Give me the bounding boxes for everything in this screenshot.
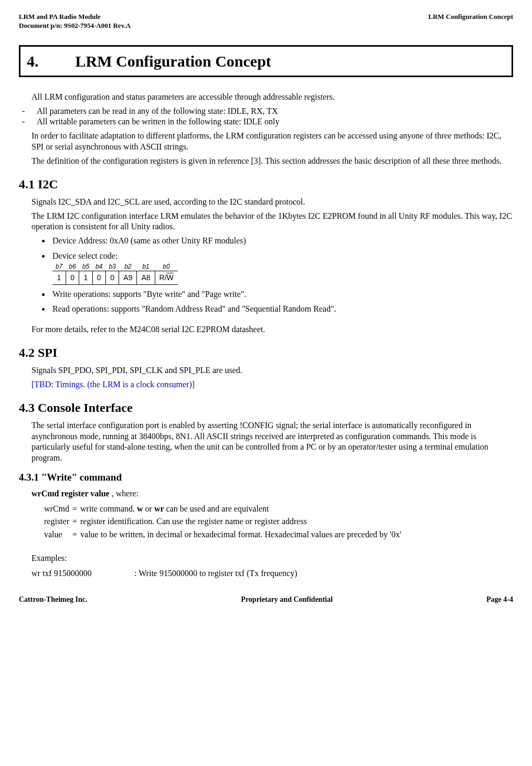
bit-v-2: A9 [119,271,137,284]
bit-h-b2: b2 [119,263,137,271]
footer-center: Proprietary and Confidential [241,595,333,604]
bit-v-6: 0 [66,271,79,284]
heading-4-1: 4.1 I2C [19,176,513,193]
s41-bullets: Device Address: 0xA0 (same as other Unit… [31,236,513,315]
footer-left: Cattron-Theimeg Inc. [19,595,87,604]
device-select-code-table: b7 b6 b5 b4 b3 b2 b1 b0 1 0 1 0 0 A9 A8 [52,263,178,285]
intro-p1: All LRM configuration and status paramet… [31,92,513,103]
section-title: 4. LRM Configuration Concept [19,45,513,77]
wrcmd-row-register: register = register identification. Can … [44,515,405,528]
wrcmd-desc: write command. w or wr can be used and a… [80,503,405,516]
wrcmd-row-wrcmd: wrCmd = write command. w or wr can be us… [44,503,405,516]
bitfield-value-row: 1 0 1 0 0 A9 A8 R/W [52,271,178,284]
header-left: LRM and PA Radio Module Document p/n: 9S… [19,13,131,30]
bit-h-b1: b1 [137,263,155,271]
heading-4-3: 4.3 Console Interface [19,400,513,416]
s41-p1: Signals I2C_SDA and I2C_SCL are used, ac… [31,197,513,208]
register-name: register [44,515,72,528]
heading-4-3-1: 4.3.1 "Write" command [19,471,513,484]
heading-4-2: 4.2 SPI [19,345,513,361]
bit-v-3: 0 [105,271,119,284]
bit-h-b0: b0 [155,263,178,271]
examples-label: Examples: [31,553,513,564]
intro-dash-2: All writable parameters can be written i… [19,116,513,127]
s43-p1: The serial interface configuration port … [31,420,513,464]
wrcmd-syntax-tail: , where: [110,489,139,498]
example-table: wr txf 915000000 : Write 915000000 to re… [31,567,301,580]
intro-p3: The definition of the configuration regi… [31,156,513,167]
bit-h-b6: b6 [66,263,79,271]
example-desc: : Write 915000000 to register txf (Tx fr… [134,567,301,580]
wrcmd-param-table: wrCmd = write command. w or wr can be us… [44,503,405,541]
footer-right: Page 4-4 [486,595,513,604]
s42-tbd: [TBD: Timings. (the LRM is a clock consu… [31,379,513,390]
wrcmd-syntax-bold: wrCmd register value [31,489,110,498]
s41-p2: The LRM I2C configuration interface LRM … [31,211,513,233]
header-right: LRM Configuration Concept [428,13,513,30]
s41-b3: Write operations: supports "Byte write" … [50,289,513,300]
s41-p3: For more details, refer to the M24C08 se… [31,324,513,335]
section-heading-text: LRM Configuration Concept [76,52,271,70]
bit-h-b5: b5 [79,263,92,271]
s41-b1: Device Address: 0xA0 (same as other Unit… [50,236,513,247]
wrcmd-syntax: wrCmd register value , where: [31,488,513,499]
bit-v-4: 0 [92,271,105,284]
bit-v-1: A8 [137,271,155,284]
w-overline: W [167,273,174,282]
bit-h-b7: b7 [52,263,66,271]
bit-v-7: 1 [52,271,66,284]
example-row-1: wr txf 915000000 : Write 915000000 to re… [31,567,301,580]
register-eq: = [72,515,80,528]
intro-dash-1: All parameters can be read in any of the… [19,106,513,117]
register-desc: register identification. Can use the reg… [80,515,405,528]
s41-b2-text: Device select code: [52,251,118,260]
bit-v-0: R/W [155,271,178,284]
value-name: value [44,528,72,541]
wrcmd-name: wrCmd [44,503,72,516]
value-desc: value to be written, in decimal or hexad… [80,528,405,541]
s41-b2: Device select code: b7 b6 b5 b4 b3 b2 b1… [50,251,513,285]
intro-dash-list: All parameters can be read in any of the… [19,106,513,128]
bit-h-b3: b3 [105,263,119,271]
header-left-line2: Document p/n: 9S02-7954-A001 Rev.A [19,22,131,30]
section-number: 4. [27,51,71,71]
page-footer: Cattron-Theimeg Inc. Proprietary and Con… [19,595,513,604]
example-cmd: wr txf 915000000 [31,567,134,580]
wrcmd-row-value: value = value to be written, in decimal … [44,528,405,541]
bit-h-b4: b4 [92,263,105,271]
page-header: LRM and PA Radio Module Document p/n: 9S… [19,13,513,30]
value-eq: = [72,528,80,541]
wrcmd-eq: = [72,503,80,516]
header-left-line1: LRM and PA Radio Module [19,13,131,22]
intro-p2: In order to facilitate adaptation to dif… [31,131,513,153]
bit-v-5: 1 [79,271,92,284]
s42-p1: Signals SPI_PDO, SPI_PDI, SPI_CLK and SP… [31,365,513,376]
bitfield-header-row: b7 b6 b5 b4 b3 b2 b1 b0 [52,263,178,271]
s41-b4: Read operations: supports "Random Addres… [50,304,513,315]
